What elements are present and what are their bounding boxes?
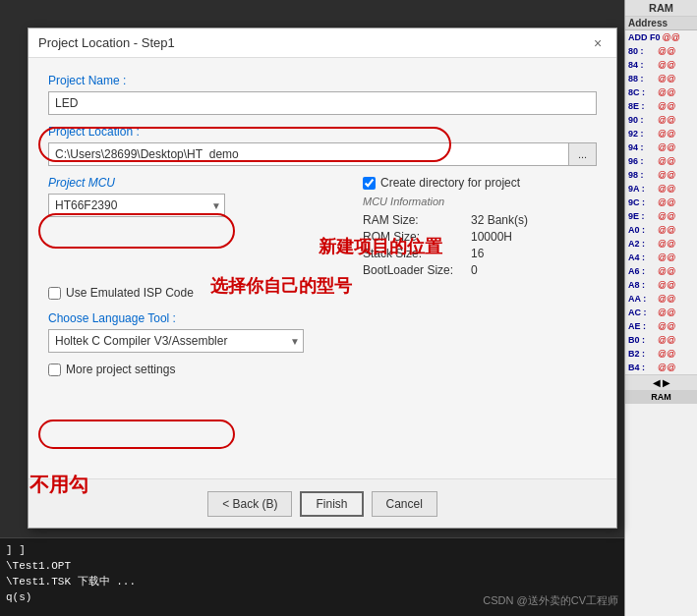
ram-row: 84 :@@ [625,58,697,72]
ram-rows: ADD F0@@80 :@@84 :@@88 :@@8C :@@8E :@@90… [625,30,697,374]
create-dir-checkbox[interactable] [363,177,376,190]
ram-row: B4 :@@ [625,361,697,374]
ram-row: A0 :@@ [625,223,697,237]
bootloader-val: 0 [471,263,478,277]
ram-row: A6 :@@ [625,264,697,278]
ram-row: 9E :@@ [625,209,697,223]
mcu-select[interactable]: HT66F2390 [48,194,225,217]
browse-button[interactable]: ... [569,142,597,166]
lang-tool-section: Choose Language Tool : Holtek C Compiler… [48,311,597,353]
ram-row: A8 :@@ [625,278,697,292]
ram-size-key: RAM Size: [363,213,471,227]
ram-row: 96 :@@ [625,154,697,168]
dialog-titlebar: Project Location - Step1 × [29,28,616,58]
project-location-label: Project Location : [48,125,597,139]
ram-row: A2 :@@ [625,237,697,251]
dialog-footer: < Back (B) Finish Cancel [29,478,616,528]
ram-row: B2 :@@ [625,347,697,361]
rom-size-val: 10000H [471,230,512,244]
ram-row: 80 :@@ [625,44,697,58]
ram-row: 90 :@@ [625,113,697,127]
stack-size-key: Stack Size: [363,247,471,260]
lang-tool-label: Choose Language Tool : [48,311,597,325]
watermark: CSDN @送外卖的CV工程师 [483,593,618,608]
mcu-select-wrapper: HT66F2390 ▼ [48,194,225,217]
terminal-line-3: \Test1.TSK 下载中 ... [6,574,618,589]
ram-row: B0 :@@ [625,333,697,347]
ram-panel: RAM Address ADD F0@@80 :@@84 :@@88 :@@8C… [624,0,697,616]
ram-address-header: Address [625,17,697,30]
ram-footer-label: RAM [625,390,697,404]
ram-row: 8E :@@ [625,99,697,113]
create-dir-row: Create directory for project [363,176,597,190]
ram-prev-icon[interactable]: ◀ [653,377,661,388]
more-settings-label: More project settings [66,363,175,376]
ram-row: 8C :@@ [625,85,697,99]
ram-next-icon[interactable]: ▶ [663,377,670,388]
terminal-line-1: ] ] [6,542,618,558]
ram-row: A4 :@@ [625,251,697,264]
lang-select[interactable]: Holtek C Compiler V3/Assembler [48,329,304,353]
dialog-title: Project Location - Step1 [38,35,175,50]
mcu-right-col: Create directory for project MCU Informa… [353,176,597,280]
ram-row: 9A :@@ [625,182,697,196]
dialog: Project Location - Step1 × Project Name … [28,28,617,529]
use-emulated-checkbox[interactable] [48,287,61,300]
ram-size-val: 32 Bank(s) [471,213,528,227]
ram-row: ADD F0@@ [625,30,697,44]
project-mcu-label: Project MCU [48,176,353,190]
project-location-row: ... [48,142,597,166]
mcu-info-label: MCU Information [363,196,597,207]
more-settings-checkbox[interactable] [48,364,61,376]
finish-button[interactable]: Finish [300,491,363,517]
ram-size-row: RAM Size: 32 Bank(s) [363,213,597,227]
ram-row: AA :@@ [625,292,697,306]
terminal-line-2: \Test1.OPT [6,558,618,574]
close-button[interactable]: × [589,34,607,52]
more-settings-row: More project settings [48,363,597,376]
ram-row: 9C :@@ [625,196,697,209]
bootloader-row: BootLoader Size: 0 [363,263,597,277]
mcu-row: Project MCU HT66F2390 ▼ Create directory… [48,176,597,280]
ram-row: 88 :@@ [625,72,697,85]
emulated-row: Use Emulated ISP Code [48,286,597,300]
rom-size-key: ROM Size: [363,230,471,244]
use-emulated-label: Use Emulated ISP Code [66,286,194,300]
project-location-section: Project Location : ... [48,125,597,166]
project-location-input[interactable] [48,142,569,166]
more-settings-circle-annotation [38,420,235,449]
bootloader-key: BootLoader Size: [363,263,471,277]
ram-nav[interactable]: ◀ ▶ [625,374,697,390]
ram-row: AC :@@ [625,306,697,319]
dialog-content: Project Name : Project Location : ... Pr… [29,58,616,398]
ram-row: 98 :@@ [625,168,697,182]
project-name-section: Project Name : [48,74,597,115]
ram-row: AE :@@ [625,319,697,333]
ram-title: RAM [625,0,697,17]
stack-size-row: Stack Size: 16 [363,247,597,260]
rom-size-row: ROM Size: 10000H [363,230,597,244]
cancel-button[interactable]: Cancel [372,491,437,517]
project-name-label: Project Name : [48,74,597,87]
back-button[interactable]: < Back (B) [207,491,292,517]
ram-row: 94 :@@ [625,140,697,154]
mcu-left-col: Project MCU HT66F2390 ▼ [48,176,353,217]
ram-row: 92 :@@ [625,127,697,140]
stack-size-val: 16 [471,247,484,260]
create-dir-label: Create directory for project [380,176,520,190]
lang-select-wrapper: Holtek C Compiler V3/Assembler ▼ [48,329,304,353]
project-name-input[interactable] [48,91,597,115]
